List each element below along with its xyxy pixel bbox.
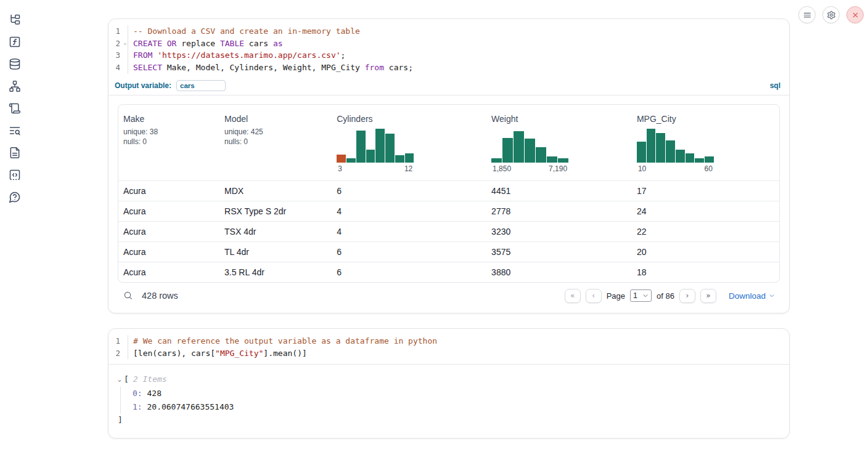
table-cell: 3.5 RL 4dr [219, 262, 332, 282]
table-cell: 4 [332, 222, 486, 241]
tree-entry-key: 0: [133, 389, 142, 398]
column-name[interactable]: Weight [491, 113, 627, 125]
tree-close-bracket: ] [118, 414, 780, 426]
table-row[interactable]: AcuraTL 4dr6357520 [118, 241, 779, 262]
fold-chevron-icon[interactable]: ⌄ [123, 36, 127, 49]
column-name[interactable]: Make [123, 113, 215, 125]
code-text: [len(cars), cars["MPG_City"].mean()] [128, 347, 307, 360]
menu-icon [803, 10, 812, 20]
histogram-bar [686, 153, 695, 163]
sidebar-item-dependency-graph[interactable] [9, 80, 21, 92]
sidebar-item-file-tree[interactable] [9, 14, 21, 26]
column-header-model: Modelunique: 425nulls: 0 [219, 105, 332, 180]
sidebar-item-scratchpad[interactable] [9, 102, 21, 115]
page-number-value: 1 [633, 291, 637, 300]
column-name[interactable]: Cylinders [337, 113, 481, 125]
histogram-bar [337, 155, 346, 163]
table-cell: 3230 [486, 222, 632, 241]
table-row[interactable]: Acura3.5 RL 4dr6388018 [118, 262, 779, 282]
code-line: 4SELECT Make, Model, Cylinders, Weight, … [108, 62, 789, 74]
table-cell: 6 [332, 242, 486, 262]
table-cell: 3880 [486, 262, 632, 282]
column-histogram: 312 [337, 129, 414, 173]
line-number: 1 [115, 336, 120, 346]
table-cell: 24 [632, 201, 779, 221]
axis-min-label: 1,850 [493, 164, 511, 173]
histogram-axis: 1060 [637, 164, 714, 173]
settings-button[interactable] [822, 6, 840, 23]
histogram-bars [337, 129, 414, 163]
table-cell: MDX [219, 181, 332, 201]
sidebar-panel-switcher [0, 14, 30, 203]
shutdown-button[interactable] [846, 6, 864, 23]
sidebar-item-logs[interactable] [9, 124, 21, 137]
sidebar-item-datasources[interactable] [9, 58, 21, 70]
function-square-icon [9, 36, 21, 48]
output-variable-input[interactable] [176, 80, 226, 91]
table-cell: 4451 [486, 181, 632, 201]
histogram-bar [705, 156, 714, 163]
histogram-bar [547, 156, 557, 163]
last-page-button[interactable]: » [700, 289, 716, 303]
sidebar-item-documentation[interactable] [9, 147, 21, 159]
table-cell: 6 [332, 262, 486, 282]
first-page-button[interactable]: « [565, 289, 581, 303]
column-header-mpg_city: MPG_City1060 [632, 105, 779, 180]
help-icon [9, 191, 21, 203]
histogram-bar [558, 158, 568, 163]
axis-max-label: 60 [705, 164, 713, 173]
page-number-select[interactable]: 1 [630, 289, 652, 302]
language-badge[interactable]: sql [770, 81, 780, 90]
histogram-bar [356, 131, 366, 163]
next-page-button[interactable]: › [679, 289, 695, 303]
table-body: AcuraMDX6445117AcuraRSX Type S 2dr427782… [118, 180, 779, 282]
table-cell: TL 4dr [219, 242, 332, 262]
code-line: 3FROM 'https://datasets.marimo.app/cars.… [108, 49, 789, 62]
column-histogram: 1060 [637, 129, 714, 173]
table-cell: 6 [332, 181, 486, 201]
python-code-editor[interactable]: 1# We can reference the output variable … [108, 329, 789, 364]
output-variable-label: Output variable: [115, 81, 171, 90]
sidebar-item-help[interactable] [9, 191, 21, 203]
column-header-weight: Weight1,8507,190 [486, 105, 632, 180]
column-stat: unique: 38 [123, 129, 215, 135]
previous-page-button[interactable]: ‹ [586, 289, 602, 303]
column-header-make: Makeunique: 38nulls: 0 [118, 105, 219, 180]
menu-button[interactable] [798, 6, 816, 23]
snippets-icon [9, 169, 21, 181]
code-text: FROM 'https://datasets.marimo.app/cars.c… [128, 49, 345, 62]
table-cell: Acura [118, 181, 219, 201]
sidebar-item-variables[interactable] [9, 36, 21, 48]
download-button[interactable]: Download [729, 291, 775, 301]
histogram-bar [375, 129, 385, 163]
table-row[interactable]: AcuraRSX Type S 2dr4277824 [118, 201, 779, 221]
axis-min-label: 3 [338, 164, 342, 173]
column-name[interactable]: Model [224, 113, 327, 125]
search-icon [123, 291, 133, 301]
tree-open-bracket: [ [124, 373, 129, 385]
table-row[interactable]: AcuraTSX 4dr4323022 [118, 221, 779, 241]
sql-code-editor[interactable]: 1-- Download a CSV and create an in-memo… [108, 19, 789, 79]
tree-entry-value: 428 [142, 389, 162, 398]
table-row[interactable]: AcuraMDX6445117 [118, 180, 779, 201]
column-name[interactable]: MPG_City [637, 113, 774, 125]
axis-max-label: 12 [404, 164, 412, 173]
histogram-bar [525, 139, 535, 163]
line-number: 2 [115, 349, 120, 358]
table-cell: 17 [632, 181, 779, 201]
search-logs-icon [9, 124, 21, 137]
search-button[interactable] [123, 290, 134, 301]
tree-entry: 0: 428 [133, 387, 780, 400]
tree-entry-key: 1: [133, 402, 142, 411]
python-cell: 1# We can reference the output variable … [108, 328, 790, 439]
collapse-chevron-icon[interactable]: ⌄ [118, 373, 121, 385]
line-number: 3 [115, 51, 120, 60]
histogram-bars [637, 129, 714, 163]
code-text: -- Download a CSV and create an in-memor… [128, 25, 360, 38]
line-gutter: 1 [108, 335, 128, 347]
line-gutter: 3 [108, 49, 128, 62]
sidebar-item-snippets[interactable] [9, 169, 21, 181]
scroll-icon [9, 102, 21, 115]
output-tree: ⌄ [ 2 Items 0: 4281: 20.060747663551403 … [108, 365, 789, 426]
histogram-bars [491, 129, 568, 163]
